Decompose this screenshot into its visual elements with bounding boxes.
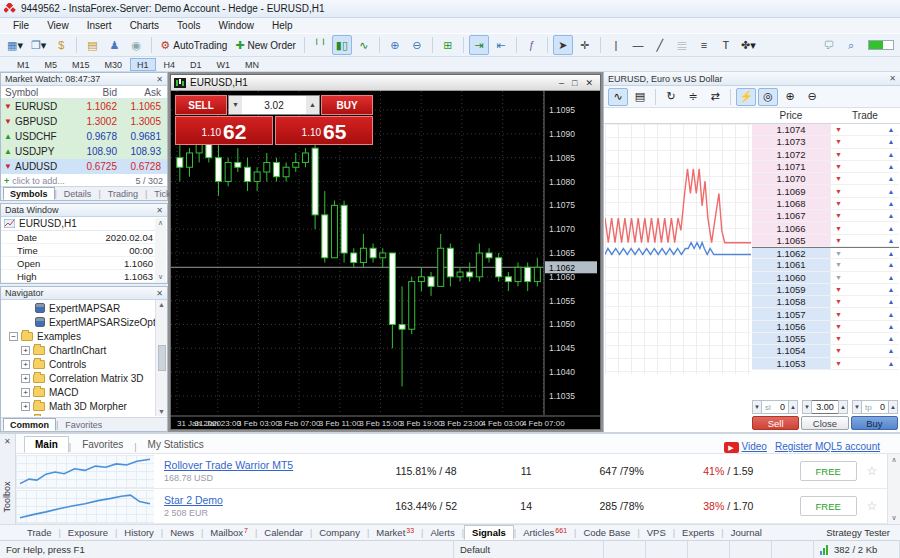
depth-levels-button[interactable]: ≑ [683, 88, 703, 106]
buy-chevron-icon[interactable]: ▲ [883, 149, 899, 160]
broadcast-button[interactable]: ◉ [126, 35, 146, 55]
symbol-row-audusd[interactable]: ▼AUDUSD0.67250.6728 [1, 159, 167, 174]
bottom-tab-news[interactable]: News [163, 526, 201, 539]
volume-down-icon[interactable]: ▼ [802, 400, 812, 414]
register-mql5-link[interactable]: Register MQL5 account [775, 441, 880, 452]
timeframe-m1[interactable]: M1 [10, 58, 37, 71]
bottom-tab-signals[interactable]: Signals [464, 525, 514, 540]
dom-sell-button[interactable]: Sell [752, 416, 799, 430]
line-chart-button[interactable]: ∿ [354, 35, 374, 55]
bid-row-1.1054[interactable]: 1.1054▼▲ [752, 345, 899, 357]
free-button[interactable]: FREE [800, 461, 857, 481]
buy-chevron-icon[interactable]: ▲ [883, 296, 899, 307]
bid-row-1.1053[interactable]: 1.1053▼▲ [752, 358, 899, 370]
scroll-down-icon[interactable]: ∨ [891, 514, 896, 522]
buy-price[interactable]: 1.10 65 [275, 116, 373, 145]
trade-cell[interactable] [846, 235, 883, 246]
expand-plus-icon[interactable]: + [21, 360, 30, 369]
quick-trade-button[interactable]: ⚡ [736, 88, 756, 106]
trade-cell[interactable] [846, 136, 883, 147]
bottom-tab-journal[interactable]: Journal [724, 526, 769, 539]
trade-cell[interactable] [846, 321, 883, 332]
dom-close-button[interactable]: Close [801, 416, 848, 430]
trade-cell[interactable] [846, 308, 883, 319]
minimize-icon[interactable]: – [559, 78, 564, 88]
trade-cell[interactable] [846, 333, 883, 344]
take-profit-stepper[interactable]: ▼ tp0 ▲ [852, 400, 898, 414]
buy-button[interactable]: BUY [321, 95, 373, 115]
dom-volume-value[interactable]: 3.00 [816, 402, 834, 412]
tab-symbols[interactable]: Symbols [3, 187, 55, 200]
timeframe-h4[interactable]: H4 [157, 58, 183, 71]
bid-row-1.1055[interactable]: 1.1055▼▲ [752, 333, 899, 345]
chart-shift-button[interactable]: ⇤ [491, 35, 511, 55]
community-button[interactable]: ♟ [104, 35, 124, 55]
sl-value[interactable]: 0 [780, 402, 785, 412]
tree-item-examples[interactable]: −Examples [1, 329, 155, 343]
cursor-button[interactable]: ➤ [553, 35, 573, 55]
close-icon[interactable]: ✕ [889, 74, 896, 83]
trade-cell[interactable] [846, 259, 883, 270]
symbol-row-gbpusd[interactable]: ▼GBPUSD1.30021.3005 [1, 114, 167, 129]
search-button[interactable]: ⌕ [841, 35, 861, 55]
bid-row-1.1057[interactable]: 1.1057▼▲ [752, 308, 899, 320]
text-tool-button[interactable]: T [716, 35, 736, 55]
timeframe-m5[interactable]: M5 [38, 58, 65, 71]
menu-item-view[interactable]: View [38, 20, 78, 31]
column-header-ask[interactable]: Ask [121, 86, 165, 98]
volume-down-icon[interactable]: ▼ [229, 96, 242, 114]
dropdown-icon[interactable]: ▾ [750, 40, 756, 51]
ask-row-1.1073[interactable]: 1.1073▼▲ [752, 136, 899, 148]
bottom-tab-trade[interactable]: Trade [20, 526, 58, 539]
video-link[interactable]: ▶Video [724, 441, 767, 454]
chart-area[interactable]: 1.10951.10901.10851.10801.10751.10701.10… [171, 91, 600, 429]
volume-value[interactable]: 3.02 [242, 100, 306, 111]
scroll-up-icon[interactable]: ▲ [158, 301, 165, 308]
bottom-tab-code-base[interactable]: Code Base [576, 526, 637, 539]
favorite-star-icon[interactable]: ☆ [857, 464, 887, 478]
buy-chevron-icon[interactable]: ▲ [883, 259, 899, 270]
ask-row-1.1070[interactable]: 1.1070▼▲ [752, 173, 899, 185]
bottom-tab-mailbox[interactable]: Mailbox7 [203, 526, 255, 539]
bottom-tab-vps[interactable]: VPS [640, 526, 673, 539]
algo-folder-button[interactable]: $ [51, 35, 71, 55]
close-icon[interactable]: ✕ [4, 437, 11, 446]
trade-cell[interactable] [846, 345, 883, 356]
sell-chevron-icon[interactable]: ▼ [830, 161, 846, 172]
bid-row-1.1060[interactable]: 1.1060▼▲ [752, 272, 899, 284]
ask-row-1.1067[interactable]: 1.1067▼▲ [752, 210, 899, 222]
sell-chevron-icon[interactable]: ▼ [830, 173, 846, 184]
bid-row-1.1059[interactable]: 1.1059▼▲ [752, 284, 899, 296]
close-icon[interactable]: ✕ [156, 206, 163, 215]
dom-volume-stepper[interactable]: ▼ 3.00 ▲ [802, 400, 848, 414]
tree-item-expertmapsar[interactable]: ExpertMAPSAR [1, 301, 155, 315]
bottom-tab-alerts[interactable]: Alerts [423, 526, 461, 539]
dropdown-icon[interactable]: ▾ [41, 40, 47, 51]
trade-cell[interactable] [846, 210, 883, 221]
indicators-button[interactable]: ƒ [522, 35, 542, 55]
toolbox-tab-my-statistics[interactable]: My Statistics [137, 436, 215, 453]
sell-price[interactable]: 1.10 62 [175, 116, 273, 145]
buy-chevron-icon[interactable]: ▲ [883, 124, 899, 135]
sl-down-icon[interactable]: ▼ [752, 400, 762, 414]
dom-buy-button[interactable]: Buy [851, 416, 898, 430]
volume-stepper[interactable]: ▼ 3.02 ▲ [228, 95, 320, 115]
trade-cell[interactable] [846, 272, 883, 283]
tree-item-chartinchart[interactable]: +ChartInChart [1, 343, 155, 357]
trade-cell[interactable] [846, 124, 883, 135]
shapes-button[interactable]: ✤▾ [738, 35, 759, 55]
sell-chevron-icon[interactable]: ▼ [830, 210, 846, 221]
signal-row[interactable]: Rollover Trade Warrior MT5168.78 USD115.… [16, 454, 887, 489]
sell-chevron-icon[interactable]: ▼ [830, 235, 846, 246]
horizontal-line-button[interactable]: — [628, 35, 648, 55]
trade-cell[interactable] [846, 284, 883, 295]
refresh-button[interactable]: ↻ [661, 88, 681, 106]
tp-down-icon[interactable]: ▼ [852, 400, 862, 414]
trade-cell[interactable] [846, 248, 883, 258]
symbol-row-usdchf[interactable]: ▲USDCHF0.96780.9681 [1, 129, 167, 144]
sell-chevron-icon[interactable]: ▼ [830, 333, 846, 344]
bid-row-1.1056[interactable]: 1.1056▼▲ [752, 321, 899, 333]
trade-cell[interactable] [846, 222, 883, 233]
symbol-row-usdjpy[interactable]: ▲USDJPY108.90108.93 [1, 144, 167, 159]
timeframe-m30[interactable]: M30 [98, 58, 130, 71]
